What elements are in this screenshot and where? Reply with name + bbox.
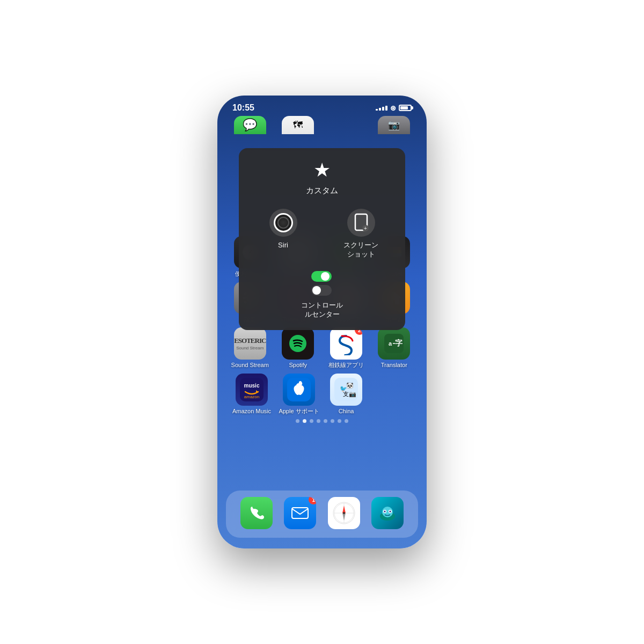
- status-icons: ⊛: [376, 104, 412, 112]
- app-translator[interactable]: a 字 Translator: [372, 327, 415, 369]
- status-bar: 10:55 ⊛: [217, 96, 427, 116]
- page-dot-3[interactable]: [317, 419, 320, 423]
- signal-icon: [376, 106, 387, 111]
- page-dots: [226, 419, 418, 423]
- mail-badge: 1: [309, 497, 316, 504]
- popup-title: カスタム: [306, 186, 338, 196]
- svg-point-50: [390, 511, 391, 513]
- page-dot-5[interactable]: [331, 419, 334, 423]
- app-sotetsu-label: 相鉄線アプリ: [328, 362, 364, 369]
- svg-text:+: +: [364, 225, 367, 231]
- app-amazonmusic[interactable]: music amazon Amazon Music: [230, 374, 273, 415]
- app-sotetsu[interactable]: 2 相鉄線アプリ: [325, 327, 368, 369]
- app-row-4: music amazon Amazon Music: [226, 374, 418, 415]
- svg-text:amazon: amazon: [244, 394, 259, 399]
- controlcenter-label: コントロールルセンター: [301, 301, 343, 319]
- popup-siri[interactable]: Siri: [250, 209, 317, 259]
- siri-icon: [269, 209, 297, 237]
- popup-screenshot[interactable]: + スクリーンショット: [327, 209, 394, 259]
- toggle-icon: [311, 270, 333, 297]
- dock-customapp[interactable]: [369, 497, 406, 531]
- app-amazonmusic-label: Amazon Music: [232, 408, 271, 415]
- app-applesupport-label: Apple サポート: [279, 408, 319, 415]
- svg-text:a: a: [389, 340, 392, 347]
- app-empty1: [325, 116, 368, 140]
- page-dot-4[interactable]: [324, 419, 327, 423]
- app-row-3: ESOTERIC Sound Stream Sound Stream Spoti…: [226, 327, 418, 369]
- status-time: 10:55: [232, 103, 254, 113]
- svg-point-49: [384, 511, 386, 513]
- app-spotify-label: Spotify: [289, 362, 307, 369]
- home-screen: 💬 🗺 📷 ★ カスタム: [217, 116, 427, 423]
- app-camera[interactable]: 📷: [372, 116, 415, 140]
- popup-grid: Siri + スクリーンショット: [250, 209, 394, 319]
- svg-text:🐼: 🐼: [346, 382, 354, 389]
- app-translator-label: Translator: [381, 362, 407, 369]
- battery-icon: [399, 105, 412, 111]
- app-messages[interactable]: 💬: [229, 116, 272, 140]
- app-spotify[interactable]: Spotify: [276, 327, 319, 369]
- app-china-label: China: [339, 408, 354, 415]
- dock-mail[interactable]: 1: [282, 497, 318, 531]
- svg-text:music: music: [244, 383, 260, 389]
- siri-label: Siri: [278, 241, 288, 250]
- page-dot-1[interactable]: [303, 419, 306, 423]
- svg-rect-37: [292, 508, 308, 518]
- app-esoteric-label: Sound Stream: [231, 362, 269, 369]
- dock: 1: [226, 491, 418, 538]
- screenshot-icon: +: [347, 209, 375, 237]
- page-dot-6[interactable]: [338, 419, 341, 423]
- page-dot-0[interactable]: [296, 419, 299, 423]
- custom-star-icon: ★: [313, 159, 331, 181]
- popup-controlcenter[interactable]: コントロールルセンター: [250, 270, 394, 319]
- app-applesupport[interactable]: Apple サポート: [277, 374, 320, 415]
- phone-frame: 10:55 ⊛ 💬 🗺: [217, 96, 427, 548]
- context-menu-popup: ★ カスタム Siri +: [239, 148, 405, 330]
- app-row-top: 💬 🗺 📷: [226, 116, 418, 140]
- svg-text:字: 字: [395, 339, 402, 347]
- dock-safari[interactable]: [326, 497, 362, 531]
- page-dot-7[interactable]: [345, 419, 348, 423]
- wifi-icon: ⊛: [390, 104, 396, 112]
- page-dot-2[interactable]: [310, 419, 313, 423]
- app-maps[interactable]: 🗺: [276, 116, 319, 140]
- svg-point-44: [343, 512, 345, 514]
- dock-phone[interactable]: [238, 497, 275, 531]
- app-china[interactable]: 🐦 🐼 支 📷 China: [325, 374, 368, 415]
- svg-text:支: 支: [343, 391, 349, 397]
- screenshot-label: スクリーンショット: [343, 241, 378, 259]
- app-esoteric[interactable]: ESOTERIC Sound Stream Sound Stream: [229, 327, 272, 369]
- svg-text:📷: 📷: [349, 390, 356, 398]
